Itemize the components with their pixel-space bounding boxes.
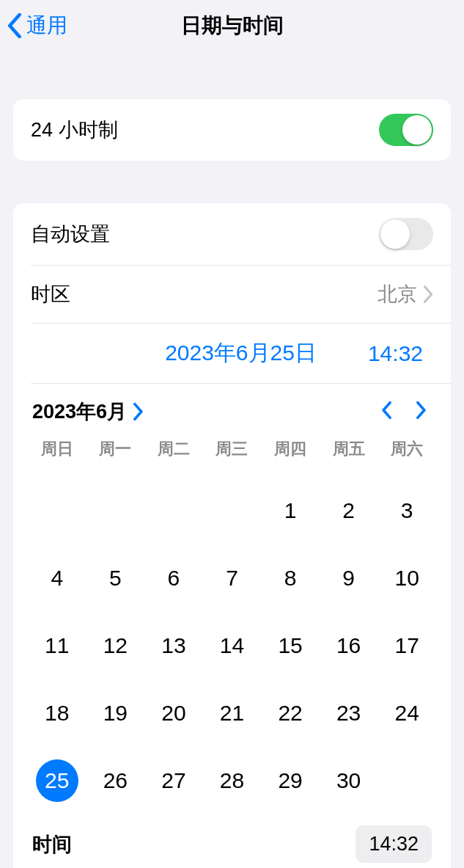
page-title: 日期与时间 — [0, 12, 464, 40]
calendar-day[interactable]: 5 — [86, 557, 145, 599]
row-auto-set: 自动设置 — [13, 203, 451, 265]
calendar-day[interactable]: 17 — [378, 624, 436, 667]
current-date[interactable]: 2023年6月25日 — [165, 338, 317, 368]
prev-month-button[interactable] — [369, 401, 404, 423]
calendar-day[interactable]: 29 — [261, 759, 320, 802]
calendar-day[interactable]: 10 — [378, 557, 436, 599]
weekday-label: 周日 — [28, 438, 86, 460]
calendar-day[interactable]: 25 — [28, 759, 86, 802]
calendar-day[interactable]: 7 — [203, 557, 262, 599]
calendar-day[interactable]: 14 — [203, 624, 262, 667]
time-picker[interactable]: 14:32 — [356, 825, 432, 863]
next-month-button[interactable] — [404, 401, 432, 423]
calendar-day[interactable]: 18 — [28, 692, 86, 734]
calendar-day[interactable]: 21 — [203, 692, 262, 734]
month-picker[interactable]: 2023年6月 — [32, 398, 369, 425]
weekday-label: 周四 — [261, 438, 320, 460]
calendar: 2023年6月 周日周一周二周三周四周五周六 12345678910111213… — [13, 384, 451, 868]
row-timezone[interactable]: 时区 北京 — [13, 266, 451, 323]
calendar-day[interactable]: 2 — [320, 489, 378, 532]
calendar-day[interactable]: 22 — [261, 692, 320, 734]
calendar-day[interactable]: 6 — [144, 557, 203, 599]
label-timezone: 时区 — [31, 281, 378, 307]
calendar-day[interactable]: 1 — [261, 489, 320, 532]
back-label: 通用 — [26, 12, 67, 40]
calendar-day[interactable]: 24 — [378, 692, 436, 734]
calendar-day[interactable]: 4 — [28, 557, 86, 599]
calendar-grid: 1234567891011121314151617181920212223242… — [28, 470, 436, 818]
weekday-label: 周一 — [86, 438, 145, 460]
calendar-day[interactable]: 8 — [261, 557, 320, 599]
label-time: 时间 — [32, 831, 356, 858]
current-time[interactable]: 14:32 — [368, 341, 423, 366]
calendar-day[interactable]: 11 — [28, 624, 86, 667]
month-label: 2023年6月 — [32, 398, 127, 425]
chevron-left-icon — [7, 13, 22, 38]
calendar-day[interactable]: 27 — [144, 759, 203, 802]
weekday-label: 周二 — [144, 438, 203, 460]
calendar-day[interactable]: 13 — [144, 624, 203, 667]
label-24hour: 24 小时制 — [31, 117, 379, 143]
label-auto-set: 自动设置 — [31, 221, 379, 247]
calendar-day[interactable]: 9 — [320, 557, 378, 599]
switch-24hour[interactable] — [379, 114, 433, 146]
chevron-right-icon — [423, 285, 433, 303]
weekday-header: 周日周一周二周三周四周五周六 — [28, 438, 436, 470]
calendar-day[interactable]: 19 — [86, 692, 145, 734]
value-timezone: 北京 — [378, 281, 417, 307]
calendar-day[interactable]: 30 — [320, 759, 378, 802]
switch-auto-set[interactable] — [379, 218, 433, 250]
row-current-datetime: 2023年6月25日 14:32 — [13, 324, 451, 383]
row-time: 时间 14:32 — [28, 818, 436, 868]
chevron-right-icon — [133, 402, 144, 421]
calendar-day[interactable]: 20 — [144, 692, 203, 734]
back-button[interactable]: 通用 — [0, 12, 67, 40]
calendar-day[interactable]: 23 — [320, 692, 378, 734]
weekday-label: 周六 — [378, 438, 436, 460]
weekday-label: 周五 — [320, 438, 378, 460]
calendar-day[interactable]: 3 — [378, 489, 436, 532]
calendar-day[interactable]: 16 — [320, 624, 378, 667]
calendar-day[interactable]: 28 — [203, 759, 262, 802]
calendar-day[interactable]: 15 — [261, 624, 320, 667]
weekday-label: 周三 — [203, 438, 262, 460]
row-24hour: 24 小时制 — [13, 99, 451, 161]
calendar-day[interactable]: 26 — [86, 759, 145, 802]
calendar-day[interactable]: 12 — [86, 624, 145, 667]
